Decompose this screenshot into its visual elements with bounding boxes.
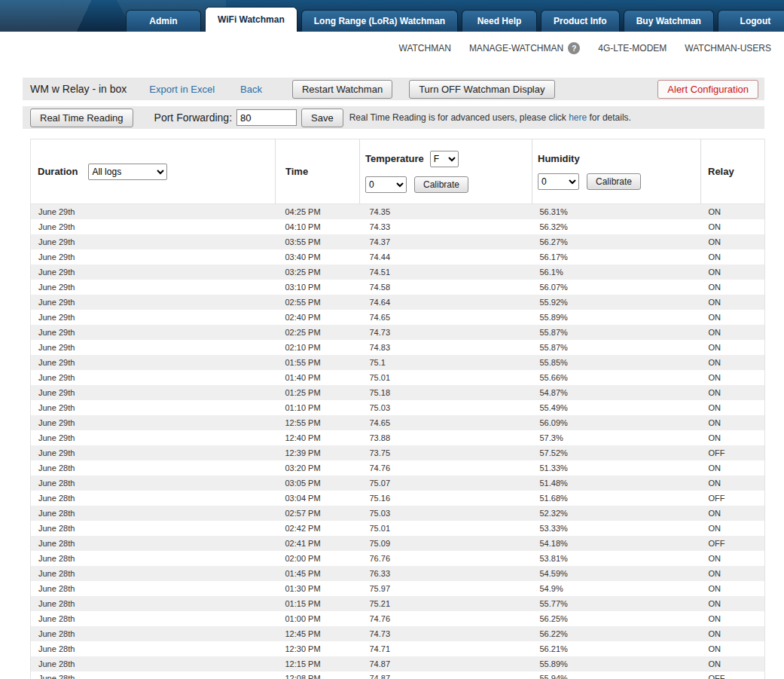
duration-cell: June 29th <box>31 265 276 280</box>
table-row: June 29th12:40 PM73.8857.3%ON <box>31 430 765 445</box>
table-row: June 28th02:42 PM75.0153.33%ON <box>31 521 765 536</box>
relay-cell: ON <box>701 385 765 400</box>
nav-tabs: Admin WiFi Watchman Long Range (LoRa) Wa… <box>126 0 784 32</box>
relay-cell: ON <box>701 626 765 641</box>
relay-label: Relay <box>708 166 734 177</box>
here-link[interactable]: here <box>569 112 587 123</box>
duration-cell: June 28th <box>31 521 276 536</box>
humidity-cell: 55.77% <box>532 596 701 611</box>
relay-header: Relay <box>701 139 765 204</box>
table-row: June 29th04:10 PM74.3356.32%ON <box>31 219 765 234</box>
table-row: June 29th02:10 PM74.8355.87%ON <box>31 340 765 355</box>
tab-lora-watchman[interactable]: Long Range (LoRa) Watchman <box>301 10 458 32</box>
temperature-calibrate-button[interactable]: Calibrate <box>414 176 468 193</box>
time-cell: 12:08 PM <box>276 671 360 679</box>
temperature-cell: 75.97 <box>360 581 532 596</box>
temperature-cell: 74.76 <box>360 611 532 626</box>
humidity-cell: 56.27% <box>532 234 701 249</box>
temperature-unit-select[interactable]: F <box>430 151 459 167</box>
table-row: June 29th03:10 PM74.5856.07%ON <box>31 280 765 295</box>
time-cell: 04:25 PM <box>276 204 360 219</box>
tab-need-help[interactable]: Need Help <box>462 10 537 32</box>
real-time-reading-button[interactable]: Real Time Reading <box>30 109 133 127</box>
subnav-manage-watchman[interactable]: MANAGE-WATCHMAN <box>469 43 563 54</box>
tab-product-info[interactable]: Product Info <box>541 10 620 32</box>
humidity-cell: 57.3% <box>532 430 701 445</box>
time-cell: 01:40 PM <box>276 370 360 385</box>
humidity-cell: 51.48% <box>532 476 701 491</box>
relay-cell: ON <box>701 295 765 310</box>
time-cell: 02:00 PM <box>276 551 360 566</box>
realtime-note: Real Time Reading is for advanced users,… <box>349 112 631 123</box>
humidity-offset-select[interactable]: 0 <box>538 173 579 190</box>
humidity-cell: 55.89% <box>532 310 701 325</box>
time-cell: 01:55 PM <box>276 355 360 370</box>
subnav-4g-lte-modem[interactable]: 4G-LTE-MODEM <box>598 43 667 54</box>
note-text-before: Real Time Reading is for advanced users,… <box>349 112 569 123</box>
temperature-cell: 75.03 <box>360 400 532 415</box>
relay-cell: ON <box>701 521 765 536</box>
table-row: June 28th01:15 PM75.2155.77%ON <box>31 596 765 611</box>
humidity-cell: 51.68% <box>532 491 701 506</box>
table-row: June 29th01:25 PM75.1854.87%ON <box>31 385 765 400</box>
time-cell: 01:30 PM <box>276 581 360 596</box>
relay-cell: ON <box>701 340 765 355</box>
save-button[interactable]: Save <box>301 109 343 127</box>
temperature-cell: 74.73 <box>360 626 532 641</box>
tab-buy-watchman[interactable]: Buy Watchman <box>624 10 714 32</box>
back-link[interactable]: Back <box>240 84 262 95</box>
relay-cell: ON <box>701 280 765 295</box>
log-table-header: Duration All logs Time Temperature <box>31 139 765 204</box>
relay-cell: ON <box>701 325 765 340</box>
duration-cell: June 28th <box>31 596 276 611</box>
restart-watchman-button[interactable]: Restart Watchman <box>292 80 392 99</box>
duration-cell: June 28th <box>31 536 276 551</box>
humidity-cell: 52.32% <box>532 506 701 521</box>
turn-off-display-button[interactable]: Turn OFF Watchman Display <box>409 80 554 99</box>
temperature-label: Temperature <box>365 153 424 164</box>
tab-admin[interactable]: Admin <box>126 10 201 32</box>
temperature-offset-select[interactable]: 0 <box>365 176 407 193</box>
relay-cell: ON <box>701 476 765 491</box>
temperature-cell: 74.44 <box>360 249 532 265</box>
relay-cell: ON <box>701 551 765 566</box>
table-row: June 29th12:39 PM73.7557.52%OFF <box>31 445 765 460</box>
duration-filter-select[interactable]: All logs <box>88 164 167 180</box>
export-excel-link[interactable]: Export in Excel <box>149 84 215 95</box>
tab-logout[interactable]: Logout <box>718 10 784 32</box>
tab-wifi-watchman[interactable]: WiFi Watchman <box>205 7 297 32</box>
port-forwarding-input[interactable] <box>236 109 297 126</box>
time-cell: 02:41 PM <box>276 536 360 551</box>
help-icon[interactable]: ? <box>568 42 580 54</box>
humidity-label: Humidity <box>538 153 580 164</box>
time-cell: 03:05 PM <box>276 476 360 491</box>
duration-header: Duration All logs <box>31 139 276 204</box>
relay-cell: ON <box>701 656 765 671</box>
time-header: Time <box>276 139 360 204</box>
duration-cell: June 29th <box>31 204 276 219</box>
alert-configuration-button[interactable]: Alert Configuration <box>657 80 758 99</box>
table-row: June 28th12:30 PM74.7156.21%ON <box>31 641 765 656</box>
time-cell: 03:55 PM <box>276 234 360 249</box>
table-row: June 28th03:05 PM75.0751.48%ON <box>31 476 765 491</box>
temperature-cell: 74.65 <box>360 415 532 430</box>
relay-cell: ON <box>701 641 765 656</box>
humidity-calibrate-button[interactable]: Calibrate <box>587 173 641 190</box>
duration-cell: June 28th <box>31 671 276 679</box>
duration-cell: June 28th <box>31 506 276 521</box>
temperature-cell: 74.65 <box>360 310 532 325</box>
table-row: June 29th03:55 PM74.3756.27%ON <box>31 234 765 249</box>
duration-cell: June 29th <box>31 249 276 265</box>
subnav-manage-watchman-group: MANAGE-WATCHMAN ? <box>469 42 580 54</box>
log-table-body: June 29th04:25 PM74.3556.31%ONJune 29th0… <box>31 204 765 679</box>
subnav-watchman-users[interactable]: WATCHMAN-USERS <box>685 43 771 54</box>
duration-cell: June 29th <box>31 325 276 340</box>
duration-cell: June 28th <box>31 611 276 626</box>
note-text-after: for details. <box>587 112 631 123</box>
relay-cell: ON <box>701 234 765 249</box>
duration-cell: June 28th <box>31 641 276 656</box>
time-cell: 12:40 PM <box>276 430 360 445</box>
humidity-cell: 55.87% <box>532 325 701 340</box>
subnav-watchman[interactable]: WATCHMAN <box>399 43 451 54</box>
table-row: June 28th01:00 PM74.7656.25%ON <box>31 611 765 626</box>
